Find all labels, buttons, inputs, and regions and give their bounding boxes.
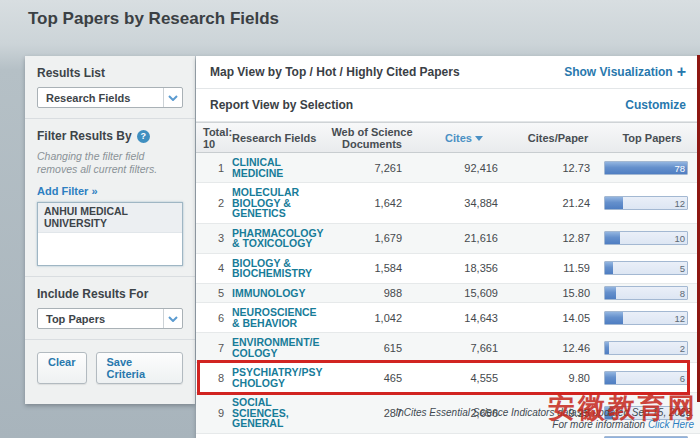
filter-section: Filter Results By ? Changing the filter … [25,119,195,276]
sidebar: Results List Research Fields Filter Resu… [25,56,195,404]
row-field-link[interactable]: BIOLOGY & BIOCHEMISTRY [232,254,328,283]
row-docs: 1,042 [328,312,416,324]
footer-dataset-note: InCites Essential Science Indicators dat… [395,407,694,419]
help-icon[interactable]: ? [137,130,150,143]
column-header-cites-per-paper[interactable]: Cites/Paper [512,132,604,144]
table-row: 1 CLINICAL MEDICINE 7,261 92,416 12.73 7… [196,153,700,183]
row-cites: 21,616 [416,232,512,244]
table-row: 0 ALL FIELDS 17,526 237,328 13.54 158 [196,434,700,438]
row-rank: 5 [196,284,232,302]
filter-listbox[interactable]: ANHUI MEDICAL UNIVERSITY [37,202,183,266]
row-field-link[interactable]: PSYCHIATRY/PSYCHOLOGY [232,363,328,392]
row-rank: 1 [196,159,232,177]
row-cites: 14,643 [416,312,512,324]
table-header: Total: 10 Research Fields Web of Science… [196,122,700,153]
sort-down-icon [475,136,483,141]
map-view-label: Map View by Top / Hot / Highly Cited Pap… [210,65,460,79]
results-list-dropdown-value: Research Fields [38,92,163,104]
row-rank: 7 [196,339,232,357]
top-papers-bar: 10 [604,231,688,245]
top-papers-value: 8 [680,287,685,298]
filter-note: Changing the filter field removes all cu… [37,150,183,175]
row-docs: 465 [328,372,416,384]
chevron-down-icon [163,309,182,328]
row-rank: 4 [196,259,232,277]
row-docs: 1,679 [328,232,416,244]
results-list-dropdown[interactable]: Research Fields [37,87,183,108]
top-papers-bar-fill [605,197,623,209]
top-papers-value: 10 [674,233,685,244]
plus-icon: + [677,67,686,77]
table-row: 3 PHARMACOLOGY & TOXICOLOGY 1,679 21,616… [196,224,700,254]
include-results-label: Include Results For [37,287,183,301]
click-here-link[interactable]: Click Here [648,419,694,430]
top-papers-bar: 12 [604,311,688,325]
row-top-papers: 10 [604,231,700,245]
row-cites-per-paper: 15.80 [512,287,604,299]
row-top-papers: 5 [604,261,700,275]
row-top-papers: 12 [604,196,700,210]
clear-button[interactable]: Clear [37,352,87,384]
table-body: 1 CLINICAL MEDICINE 7,261 92,416 12.73 7… [196,153,700,438]
top-papers-bar-fill [605,287,616,299]
column-header-top-papers[interactable]: Top Papers [604,132,700,144]
report-view-label: Report View by Selection [210,98,353,112]
row-top-papers: 12 [604,311,700,325]
column-header-research-fields[interactable]: Research Fields [232,132,328,144]
results-list-label: Results List [37,66,183,80]
row-rank: 2 [196,194,232,212]
sidebar-buttons: Clear Save Criteria [25,340,195,396]
table-row: 2 MOLECULAR BIOLOGY & GENETICS 1,642 34,… [196,183,700,224]
row-rank: 3 [196,229,232,247]
add-filter-link[interactable]: Add Filter » [37,185,98,197]
row-docs: 1,584 [328,262,416,274]
row-cites-per-paper: 12.73 [512,162,604,174]
row-rank: 6 [196,309,232,327]
footer: InCites Essential Science Indicators dat… [395,407,694,431]
row-field-link[interactable]: CLINICAL MEDICINE [232,153,328,182]
show-visualization-link[interactable]: Show Visualization + [564,65,686,79]
row-field-link[interactable]: PHARMACOLOGY & TOXICOLOGY [232,224,328,253]
row-top-papers: 8 [604,286,700,300]
include-results-dropdown[interactable]: Top Papers [37,308,183,329]
row-cites-per-paper: 14.05 [512,312,604,324]
row-field-link[interactable]: MOLECULAR BIOLOGY & GENETICS [232,183,328,223]
row-docs: 7,261 [328,162,416,174]
row-field-link[interactable]: ENVIRONMENT/ECOLOGY [232,333,328,362]
row-docs: 1,642 [328,197,416,209]
table-row: 4 BIOLOGY & BIOCHEMISTRY 1,584 18,356 11… [196,254,700,284]
row-cites-per-paper: 11.59 [512,262,604,274]
filter-list-item[interactable]: ANHUI MEDICAL UNIVERSITY [38,203,182,233]
row-top-papers: 78 [604,161,700,175]
row-field-link[interactable]: IMMUNOLOGY [232,284,328,303]
footer-more-info: For more information [552,419,645,430]
report-view-bar: Report View by Selection Customize [196,89,700,122]
results-list-section: Results List Research Fields [25,56,195,118]
table-row: 7 ENVIRONMENT/ECOLOGY 615 7,661 12.46 2 [196,333,700,363]
top-papers-bar-fill [605,232,620,244]
row-cites-per-paper: 9.80 [512,372,604,384]
main-panel: Map View by Top / Hot / Highly Cited Pap… [196,56,700,438]
include-results-section: Include Results For Top Papers [25,277,195,339]
row-rank: 0 [196,434,232,438]
save-criteria-button[interactable]: Save Criteria [96,352,183,384]
row-rank: 9 [196,404,232,422]
top-papers-bar-fill [605,342,609,354]
top-papers-value: 12 [674,312,685,323]
row-docs: 988 [328,287,416,299]
row-cites: 18,356 [416,262,512,274]
top-papers-bar: 6 [604,371,688,385]
row-cites: 34,884 [416,197,512,209]
map-view-bar: Map View by Top / Hot / Highly Cited Pap… [196,56,700,89]
row-field-link[interactable]: ALL FIELDS [232,434,328,438]
table-row: 6 NEUROSCIENCE & BEHAVIOR 1,042 14,643 1… [196,303,700,333]
column-header-wos-documents[interactable]: Web of Science Documents [328,126,416,150]
column-header-cites-sorted[interactable]: Cites [416,132,512,144]
row-field-link[interactable]: SOCIAL SCIENCES, GENERAL [232,393,328,433]
customize-link[interactable]: Customize [625,98,686,112]
row-field-link[interactable]: NEUROSCIENCE & BEHAVIOR [232,303,328,332]
row-rank: 8 [196,369,232,387]
top-papers-bar-fill [605,312,623,324]
row-cites: 7,661 [416,342,512,354]
row-top-papers: 6 [604,371,700,385]
